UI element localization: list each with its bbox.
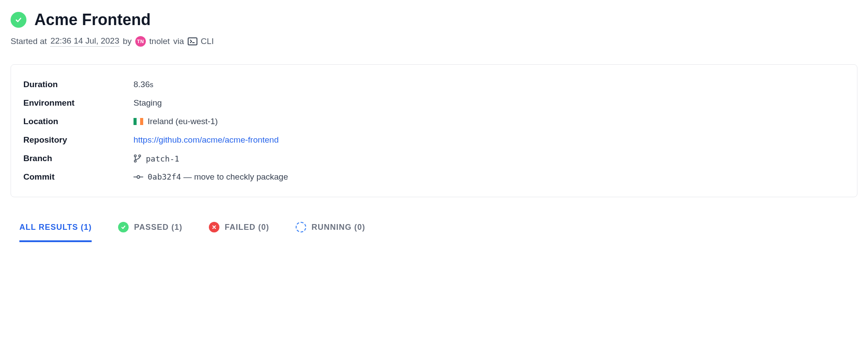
detail-row-commit: Commit 0ab32f4 — move to checkly package <box>23 168 845 186</box>
started-prefix: Started at <box>11 37 47 46</box>
svg-point-1 <box>134 155 136 157</box>
commit-message: move to checkly package <box>194 172 288 181</box>
page-title: Acme Frontend <box>34 11 151 29</box>
detail-row-duration: Duration 8.36s <box>23 75 845 94</box>
via-text: via <box>173 37 184 46</box>
commit-value: 0ab32f4 — move to checkly package <box>134 172 288 182</box>
run-subheader: Started at 22:36 14 Jul, 2023 by TN tnol… <box>11 36 857 47</box>
location-label: Location <box>23 117 134 126</box>
page-header: Acme Frontend <box>11 11 857 29</box>
svg-point-4 <box>137 176 140 178</box>
branch-value: patch-1 <box>134 154 179 163</box>
repository-link[interactable]: https://github.com/acme/acme-frontend <box>134 135 279 145</box>
passed-icon <box>118 222 129 232</box>
username[interactable]: tnolet <box>149 37 170 46</box>
details-card: Duration 8.36s Environment Staging Locat… <box>11 64 857 197</box>
duration-label: Duration <box>23 80 134 89</box>
git-commit-icon <box>134 174 143 180</box>
tab-failed[interactable]: FAILED (0) <box>209 218 269 242</box>
location-value: Ireland (eu-west-1) <box>134 117 218 126</box>
environment-value: Staging <box>134 98 162 108</box>
running-icon <box>296 222 306 232</box>
tab-passed[interactable]: PASSED (1) <box>118 218 182 242</box>
source-label: CLI <box>201 37 214 46</box>
cli-icon <box>188 37 197 45</box>
by-text: by <box>123 37 132 46</box>
started-timestamp[interactable]: 22:36 14 Jul, 2023 <box>50 36 119 47</box>
tab-running[interactable]: RUNNING (0) <box>296 218 365 242</box>
failed-icon <box>209 222 219 232</box>
detail-row-location: Location Ireland (eu-west-1) <box>23 112 845 131</box>
svg-point-2 <box>134 160 136 162</box>
svg-point-3 <box>139 155 141 157</box>
user-avatar[interactable]: TN <box>135 36 146 47</box>
repository-label: Repository <box>23 135 134 145</box>
branch-label: Branch <box>23 154 134 163</box>
detail-row-repository: Repository https://github.com/acme/acme-… <box>23 131 845 149</box>
tab-all-results[interactable]: ALL RESULTS (1) <box>19 218 92 242</box>
ireland-flag-icon <box>134 118 143 125</box>
git-branch-icon <box>134 154 141 163</box>
detail-row-environment: Environment Staging <box>23 94 845 112</box>
commit-label: Commit <box>23 172 134 182</box>
status-success-icon <box>11 12 26 28</box>
results-tabs: ALL RESULTS (1) PASSED (1) FAILED (0) RU… <box>11 218 857 242</box>
duration-value: 8.36s <box>134 80 153 89</box>
detail-row-branch: Branch patch-1 <box>23 149 845 168</box>
environment-label: Environment <box>23 98 134 108</box>
commit-hash: 0ab32f4 <box>148 172 181 181</box>
